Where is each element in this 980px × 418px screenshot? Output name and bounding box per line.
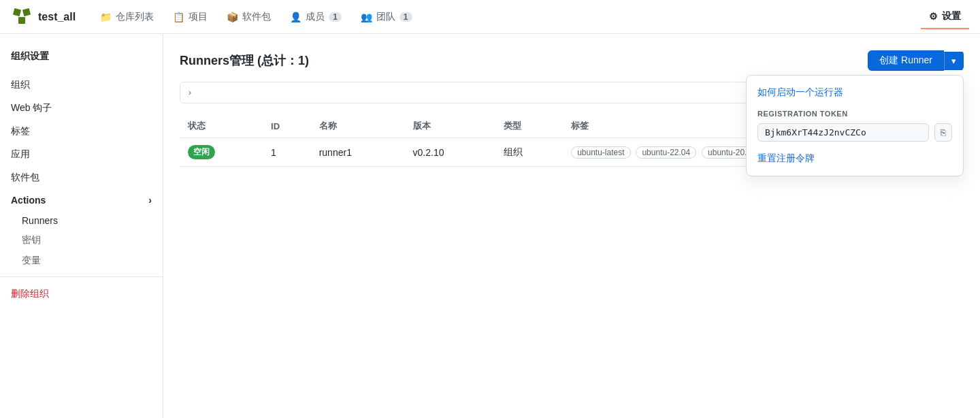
nav-teams[interactable]: 👥 团队 1 bbox=[353, 5, 421, 29]
col-version: 版本 bbox=[405, 114, 495, 138]
create-runner-button-group: 创建 Runner ▾ bbox=[868, 50, 964, 71]
col-type: 类型 bbox=[495, 114, 563, 138]
sidebar-delete-org[interactable]: 删除组织 bbox=[0, 283, 163, 306]
create-runner-dropdown-button[interactable]: ▾ bbox=[944, 52, 964, 70]
sidebar-sub-runners[interactable]: Runners bbox=[0, 211, 163, 230]
nav-right: ⚙ 设置 bbox=[921, 5, 969, 29]
create-runner-main-button[interactable]: 创建 Runner bbox=[868, 50, 944, 71]
main-content: Runners管理 (总计：1) 创建 Runner ▾ › 状态 ID 名称 … bbox=[163, 34, 980, 418]
person-icon: 👤 bbox=[290, 12, 301, 22]
nav-projects[interactable]: 📋 项目 bbox=[165, 5, 216, 29]
sidebar-sub-variables[interactable]: 变量 bbox=[0, 251, 163, 271]
how-to-start-link[interactable]: 如何启动一个运行器 bbox=[757, 86, 952, 99]
org-logo-area[interactable]: test_all bbox=[11, 6, 76, 28]
runner-id: 1 bbox=[263, 138, 311, 167]
top-nav: test_all 📁 仓库列表 📋 项目 📦 软件包 👤 成员 1 👥 bbox=[0, 0, 980, 34]
sidebar-sub-secrets[interactable]: 密钥 bbox=[0, 230, 163, 251]
sidebar-item-apps[interactable]: 应用 bbox=[0, 143, 163, 166]
svg-rect-1 bbox=[22, 7, 31, 16]
sidebar-item-org[interactable]: 组织 bbox=[0, 74, 163, 97]
col-name: 名称 bbox=[311, 114, 405, 138]
svg-rect-2 bbox=[18, 17, 25, 24]
project-icon: 📋 bbox=[173, 12, 184, 22]
sidebar-item-labels[interactable]: 标签 bbox=[0, 120, 163, 143]
copy-token-button[interactable]: ⎘ bbox=[934, 123, 952, 142]
nav-repos[interactable]: 📁 仓库列表 bbox=[92, 5, 162, 29]
nav-packages[interactable]: 📦 软件包 bbox=[218, 5, 279, 29]
tag-ubuntu-2204: ubuntu-22.04 bbox=[636, 146, 696, 159]
page-layout: 组织设置 组织 Web 钩子 标签 应用 软件包 Actions › Runne… bbox=[0, 34, 980, 418]
team-icon: 👥 bbox=[361, 12, 372, 22]
page-title: Runners管理 (总计：1) bbox=[180, 52, 309, 69]
token-row: ⎘ bbox=[757, 123, 952, 142]
nav-links: 📁 仓库列表 📋 项目 📦 软件包 👤 成员 1 👥 团队 1 bbox=[92, 5, 921, 29]
sidebar-divider bbox=[0, 276, 163, 277]
dropdown-chevron-icon: ▾ bbox=[951, 56, 956, 66]
status-badge: 空闲 bbox=[188, 145, 215, 159]
sidebar-item-packages[interactable]: 软件包 bbox=[0, 166, 163, 189]
col-status: 状态 bbox=[180, 114, 263, 138]
org-name: test_all bbox=[38, 11, 76, 23]
runner-version: v0.2.10 bbox=[405, 138, 495, 167]
token-input[interactable] bbox=[757, 123, 929, 142]
sidebar-item-webhooks[interactable]: Web 钩子 bbox=[0, 97, 163, 120]
sidebar: 组织设置 组织 Web 钩子 标签 应用 软件包 Actions › Runne… bbox=[0, 34, 163, 418]
nav-members[interactable]: 👤 成员 1 bbox=[282, 5, 350, 29]
teams-badge: 1 bbox=[399, 12, 412, 22]
org-logo-icon bbox=[11, 6, 33, 28]
settings-icon: ⚙ bbox=[929, 11, 938, 22]
svg-rect-0 bbox=[13, 7, 21, 16]
runner-type: 组织 bbox=[495, 138, 563, 167]
runner-name: runner1 bbox=[311, 138, 405, 167]
main-header: Runners管理 (总计：1) 创建 Runner ▾ bbox=[180, 50, 964, 71]
settings-link[interactable]: ⚙ 设置 bbox=[921, 5, 969, 29]
package-icon: 📦 bbox=[227, 12, 238, 22]
create-runner-popup: 如何启动一个运行器 REGISTRATION TOKEN ⎘ 重置注册令牌 bbox=[746, 75, 964, 176]
sidebar-title: 组织设置 bbox=[0, 45, 163, 74]
col-id: ID bbox=[263, 114, 311, 138]
registration-token-title: REGISTRATION TOKEN bbox=[757, 110, 952, 118]
members-badge: 1 bbox=[329, 12, 342, 22]
reset-token-link[interactable]: 重置注册令牌 bbox=[757, 152, 815, 163]
copy-icon: ⎘ bbox=[941, 127, 946, 138]
tag-ubuntu-latest: ubuntu-latest bbox=[571, 146, 630, 159]
chevron-down-icon: › bbox=[148, 195, 152, 206]
repo-icon: 📁 bbox=[100, 12, 112, 22]
sidebar-actions-section[interactable]: Actions › bbox=[0, 189, 163, 211]
filter-chevron-icon: › bbox=[189, 88, 191, 97]
runner-status: 空闲 bbox=[180, 138, 263, 167]
